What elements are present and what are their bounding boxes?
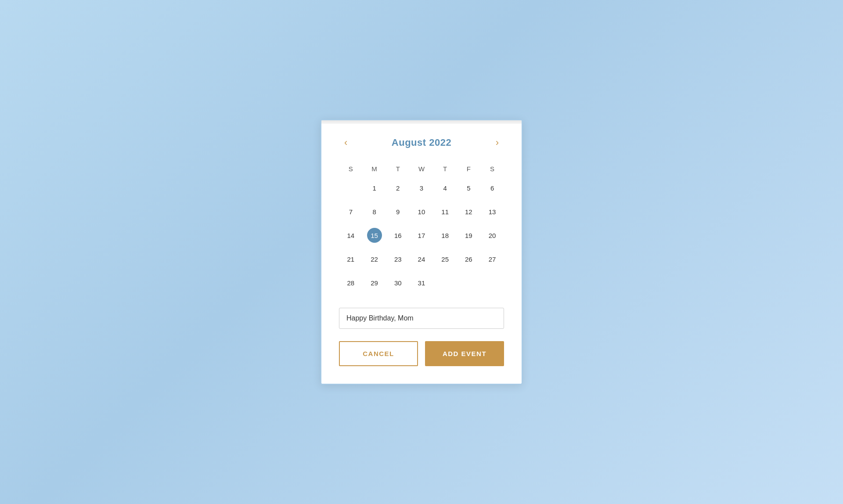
calendar-day[interactable]: 18 <box>433 223 457 247</box>
dow-fri: F <box>457 162 481 176</box>
calendar-day <box>339 176 363 200</box>
calendar-day[interactable]: 21 <box>339 247 363 271</box>
dow-mon: M <box>363 162 386 176</box>
calendar-day[interactable]: 14 <box>339 223 363 247</box>
dow-sat: S <box>480 162 504 176</box>
add-event-button[interactable]: ADD EVENT <box>425 341 504 366</box>
calendar-day[interactable]: 8 <box>363 200 386 223</box>
calendar-day[interactable]: 15 <box>363 223 386 247</box>
dow-wed: W <box>410 162 433 176</box>
event-name-input[interactable] <box>339 308 504 329</box>
calendar-week-row: 123456 <box>339 176 504 200</box>
calendar-day[interactable]: 4 <box>433 176 457 200</box>
calendar-day[interactable]: 23 <box>386 247 410 271</box>
calendar-day[interactable]: 11 <box>433 200 457 223</box>
next-month-button[interactable]: › <box>490 136 504 149</box>
dow-thu: T <box>433 162 457 176</box>
calendar-day[interactable]: 30 <box>386 271 410 295</box>
calendar-day[interactable]: 19 <box>457 223 481 247</box>
calendar-day[interactable]: 28 <box>339 271 363 295</box>
calendar-day[interactable]: 20 <box>480 223 504 247</box>
calendar-week-row: 21222324252627 <box>339 247 504 271</box>
calendar-day[interactable]: 26 <box>457 247 481 271</box>
calendar-day[interactable]: 10 <box>410 200 433 223</box>
calendar-day[interactable]: 6 <box>480 176 504 200</box>
calendar-day[interactable]: 24 <box>410 247 433 271</box>
calendar-day[interactable]: 7 <box>339 200 363 223</box>
calendar-day[interactable]: 2 <box>386 176 410 200</box>
calendar-day[interactable]: 17 <box>410 223 433 247</box>
calendar-day[interactable]: 22 <box>363 247 386 271</box>
dow-sun: S <box>339 162 363 176</box>
calendar-day <box>457 271 481 295</box>
calendar-day[interactable]: 27 <box>480 247 504 271</box>
modal-top-bar <box>321 120 522 124</box>
calendar-week-row: 28293031 <box>339 271 504 295</box>
calendar-day[interactable]: 16 <box>386 223 410 247</box>
calendar-day[interactable]: 12 <box>457 200 481 223</box>
calendar-header: ‹ August 2022 › <box>339 137 504 148</box>
month-title: August 2022 <box>392 137 451 148</box>
calendar-day[interactable]: 9 <box>386 200 410 223</box>
calendar-day[interactable]: 1 <box>363 176 386 200</box>
calendar-modal: ‹ August 2022 › S M T W T F S 1234567891… <box>321 119 522 385</box>
calendar-grid: S M T W T F S 12345678910111213141516171… <box>339 162 504 295</box>
calendar-day[interactable]: 29 <box>363 271 386 295</box>
calendar-day[interactable]: 31 <box>410 271 433 295</box>
buttons-row: CANCEL ADD EVENT <box>339 341 504 366</box>
prev-month-button[interactable]: ‹ <box>339 136 353 149</box>
calendar-day <box>433 271 457 295</box>
calendar-day[interactable]: 25 <box>433 247 457 271</box>
calendar-day[interactable]: 5 <box>457 176 481 200</box>
cancel-button[interactable]: CANCEL <box>339 341 418 366</box>
calendar-day[interactable]: 13 <box>480 200 504 223</box>
calendar-week-row: 78910111213 <box>339 200 504 223</box>
calendar-week-row: 14151617181920 <box>339 223 504 247</box>
calendar-day <box>480 271 504 295</box>
dow-tue: T <box>386 162 410 176</box>
calendar-day[interactable]: 3 <box>410 176 433 200</box>
days-of-week-row: S M T W T F S <box>339 162 504 176</box>
